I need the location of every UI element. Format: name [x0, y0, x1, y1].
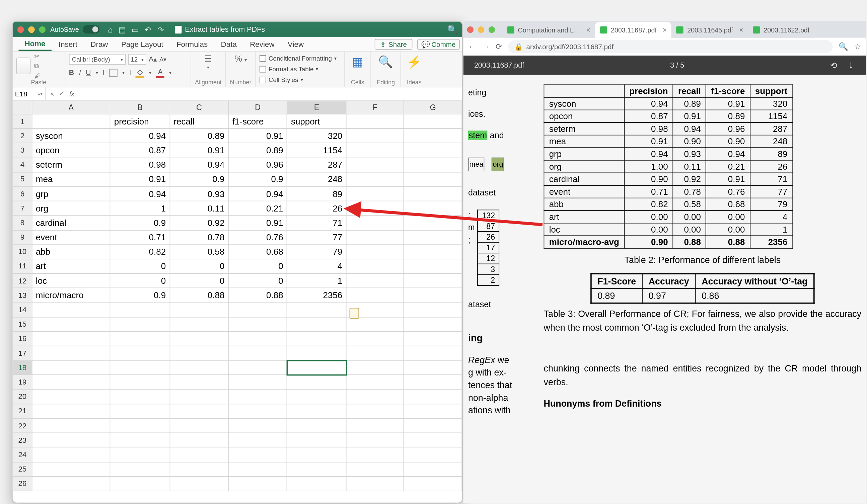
table-cell[interactable]: 0.71	[110, 230, 170, 244]
italic-button[interactable]: I	[79, 68, 81, 77]
table-cell[interactable]: 0.9	[110, 288, 170, 303]
align-icon[interactable]: ☰	[204, 54, 212, 64]
row-header[interactable]: 7	[13, 201, 32, 216]
share-button[interactable]: ⇪Share	[375, 39, 412, 49]
zoom-window-icon[interactable]	[489, 26, 495, 33]
row-header[interactable]: 3	[13, 143, 32, 157]
table-cell[interactable]: art	[32, 259, 110, 273]
save-qat-icon[interactable]: ▤	[119, 25, 126, 34]
zoom-icon[interactable]: 🔍	[838, 42, 848, 51]
table-cell[interactable]: 0.91	[110, 172, 170, 186]
table-cell[interactable]: 26	[287, 201, 346, 216]
format-painter-icon[interactable]: 🖌	[34, 72, 41, 79]
minimize-window-icon[interactable]	[478, 26, 484, 33]
address-bar[interactable]: 🔒 arxiv.org/pdf/2003.11687.pdf	[509, 40, 833, 53]
table-cell[interactable]: 0.11	[170, 201, 228, 216]
close-window-icon[interactable]	[467, 26, 473, 33]
format-as-table-button[interactable]: Format as Table ▾	[259, 65, 341, 73]
column-header[interactable]: C	[170, 101, 228, 114]
table-cell[interactable]: 0.88	[170, 288, 228, 303]
row-header[interactable]: 18	[13, 360, 32, 375]
tab-data[interactable]: Data	[215, 38, 243, 50]
borders-button[interactable]	[109, 69, 118, 76]
close-tab-icon[interactable]: ×	[586, 26, 591, 34]
redo-qat-icon[interactable]: ↷	[157, 25, 164, 34]
column-header[interactable]: B	[110, 101, 170, 114]
minimize-window-icon[interactable]	[28, 26, 35, 33]
row-header[interactable]: 14	[13, 303, 32, 317]
table-cell[interactable]: 0.96	[228, 157, 287, 172]
table-cell[interactable]: 0.9	[228, 172, 287, 186]
column-header[interactable]: G	[404, 101, 462, 114]
percent-icon[interactable]: %	[234, 54, 242, 64]
browser-tab[interactable]: Computation and Lan…×	[502, 22, 595, 38]
table-cell[interactable]: 89	[287, 186, 346, 201]
tab-home[interactable]: Home	[19, 37, 51, 51]
fill-color-button[interactable]: ◇	[136, 67, 144, 77]
close-tab-icon[interactable]: ×	[739, 26, 743, 34]
reload-icon[interactable]: ⟳	[496, 42, 502, 51]
bold-button[interactable]: B	[69, 68, 74, 77]
row-header[interactable]: 6	[13, 186, 32, 201]
star-icon[interactable]: ☆	[854, 42, 861, 51]
column-header[interactable]: A	[32, 101, 110, 114]
column-header[interactable]: E	[287, 101, 346, 114]
row-header[interactable]: 9	[13, 230, 32, 244]
table-cell[interactable]: support	[287, 114, 346, 129]
pdf-page[interactable]: eting ices. stem and mea org dataset ;m;…	[463, 75, 866, 503]
table-cell[interactable]: 0	[110, 273, 170, 288]
table-cell[interactable]: 0	[170, 259, 228, 273]
table-cell[interactable]: 0.89	[170, 129, 228, 143]
zoom-window-icon[interactable]	[39, 26, 45, 33]
spreadsheet-grid[interactable]: ABCDEFG1precisionrecallf1-scoresupport2s…	[13, 101, 462, 491]
paste-icon[interactable]	[16, 57, 31, 74]
close-window-icon[interactable]	[18, 26, 24, 33]
row-header[interactable]: 19	[13, 375, 32, 389]
table-cell[interactable]: f1-score	[228, 114, 287, 129]
row-header[interactable]: 16	[13, 331, 32, 346]
table-cell[interactable]: micro/macro	[32, 288, 110, 303]
conditional-formatting-button[interactable]: Conditional Formatting ▾	[259, 54, 341, 62]
table-cell[interactable]: 71	[287, 216, 346, 230]
table-cell[interactable]: 0.88	[228, 288, 287, 303]
copy-icon[interactable]: ⧉	[34, 62, 41, 70]
table-cell[interactable]: 0.94	[170, 157, 228, 172]
cells-icon[interactable]: ▦	[350, 54, 365, 69]
enter-formula-icon[interactable]: ✓	[59, 90, 64, 98]
column-header[interactable]: F	[346, 101, 404, 114]
table-cell[interactable]: 0	[228, 259, 287, 273]
table-cell[interactable]: 0.9	[110, 216, 170, 230]
table-cell[interactable]: 0.76	[228, 230, 287, 244]
tab-view[interactable]: View	[282, 38, 310, 50]
undo-qat-icon[interactable]: ↶	[144, 25, 151, 34]
table-cell[interactable]: 0.9	[170, 172, 228, 186]
table-cell[interactable]: loc	[32, 273, 110, 288]
browser-tab[interactable]: 2003.11645.pdf×	[672, 22, 748, 38]
row-header[interactable]: 10	[13, 245, 32, 259]
table-cell[interactable]: 248	[287, 172, 346, 186]
row-header[interactable]: 13	[13, 288, 32, 303]
cancel-formula-icon[interactable]: ×	[50, 90, 54, 97]
table-cell[interactable]	[32, 114, 110, 129]
row-header[interactable]: 26	[13, 476, 32, 491]
table-cell[interactable]: 4	[287, 259, 346, 273]
table-cell[interactable]: 0.87	[110, 143, 170, 157]
table-cell[interactable]: recall	[170, 114, 228, 129]
close-tab-icon[interactable]: ×	[663, 26, 667, 34]
table-cell[interactable]: 0.91	[228, 216, 287, 230]
table-cell[interactable]: 0.68	[228, 245, 287, 259]
table-cell[interactable]: 0.91	[170, 143, 228, 157]
comments-button[interactable]: 💬Comme	[417, 39, 460, 49]
search-icon[interactable]: 🔍	[447, 24, 457, 34]
table-cell[interactable]: abb	[32, 245, 110, 259]
tab-page-layout[interactable]: Page Layout	[115, 38, 169, 50]
underline-button[interactable]: U	[86, 68, 91, 77]
table-cell[interactable]: seterm	[32, 157, 110, 172]
row-header[interactable]: 20	[13, 390, 32, 404]
row-header[interactable]: 11	[13, 259, 32, 273]
table-cell[interactable]: 0.58	[170, 245, 228, 259]
row-header[interactable]: 15	[13, 317, 32, 331]
table-cell[interactable]: 2356	[287, 288, 346, 303]
table-cell[interactable]: precision	[110, 114, 170, 129]
table-cell[interactable]: 1	[110, 201, 170, 216]
